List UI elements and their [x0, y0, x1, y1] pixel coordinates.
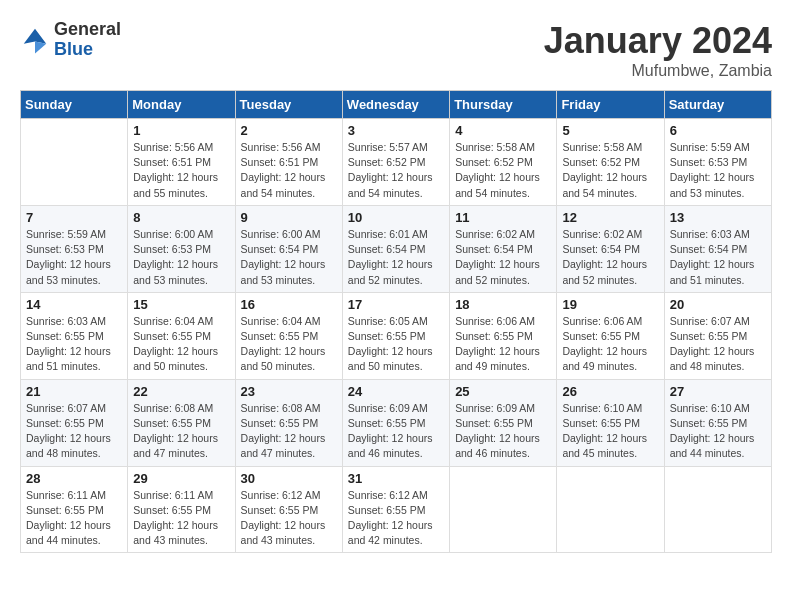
calendar-cell: 5Sunrise: 5:58 AMSunset: 6:52 PMDaylight…	[557, 119, 664, 206]
calendar-week-row: 14Sunrise: 6:03 AMSunset: 6:55 PMDayligh…	[21, 292, 772, 379]
calendar-cell: 23Sunrise: 6:08 AMSunset: 6:55 PMDayligh…	[235, 379, 342, 466]
day-info: Sunrise: 6:09 AMSunset: 6:55 PMDaylight:…	[455, 401, 551, 462]
day-number: 2	[241, 123, 337, 138]
day-info: Sunrise: 6:01 AMSunset: 6:54 PMDaylight:…	[348, 227, 444, 288]
day-info: Sunrise: 5:59 AMSunset: 6:53 PMDaylight:…	[670, 140, 766, 201]
calendar-cell	[21, 119, 128, 206]
day-info: Sunrise: 6:10 AMSunset: 6:55 PMDaylight:…	[562, 401, 658, 462]
calendar-cell: 19Sunrise: 6:06 AMSunset: 6:55 PMDayligh…	[557, 292, 664, 379]
calendar-week-row: 1Sunrise: 5:56 AMSunset: 6:51 PMDaylight…	[21, 119, 772, 206]
day-info: Sunrise: 6:05 AMSunset: 6:55 PMDaylight:…	[348, 314, 444, 375]
day-info: Sunrise: 6:03 AMSunset: 6:55 PMDaylight:…	[26, 314, 122, 375]
day-number: 28	[26, 471, 122, 486]
calendar-cell: 11Sunrise: 6:02 AMSunset: 6:54 PMDayligh…	[450, 205, 557, 292]
day-number: 13	[670, 210, 766, 225]
calendar-cell: 30Sunrise: 6:12 AMSunset: 6:55 PMDayligh…	[235, 466, 342, 553]
day-number: 18	[455, 297, 551, 312]
day-number: 9	[241, 210, 337, 225]
day-info: Sunrise: 6:00 AMSunset: 6:53 PMDaylight:…	[133, 227, 229, 288]
day-info: Sunrise: 6:06 AMSunset: 6:55 PMDaylight:…	[562, 314, 658, 375]
day-info: Sunrise: 6:11 AMSunset: 6:55 PMDaylight:…	[26, 488, 122, 549]
header-sunday: Sunday	[21, 91, 128, 119]
calendar-header-row: SundayMondayTuesdayWednesdayThursdayFrid…	[21, 91, 772, 119]
calendar-cell	[450, 466, 557, 553]
logo-blue-text: Blue	[54, 40, 121, 60]
day-info: Sunrise: 6:07 AMSunset: 6:55 PMDaylight:…	[26, 401, 122, 462]
calendar-cell: 29Sunrise: 6:11 AMSunset: 6:55 PMDayligh…	[128, 466, 235, 553]
calendar-cell: 31Sunrise: 6:12 AMSunset: 6:55 PMDayligh…	[342, 466, 449, 553]
calendar-cell: 9Sunrise: 6:00 AMSunset: 6:54 PMDaylight…	[235, 205, 342, 292]
day-number: 22	[133, 384, 229, 399]
page-header: General Blue January 2024 Mufumbwe, Zamb…	[20, 20, 772, 80]
calendar-table: SundayMondayTuesdayWednesdayThursdayFrid…	[20, 90, 772, 553]
day-info: Sunrise: 5:56 AMSunset: 6:51 PMDaylight:…	[241, 140, 337, 201]
day-number: 8	[133, 210, 229, 225]
day-info: Sunrise: 6:10 AMSunset: 6:55 PMDaylight:…	[670, 401, 766, 462]
day-info: Sunrise: 5:58 AMSunset: 6:52 PMDaylight:…	[562, 140, 658, 201]
calendar-week-row: 28Sunrise: 6:11 AMSunset: 6:55 PMDayligh…	[21, 466, 772, 553]
header-friday: Friday	[557, 91, 664, 119]
header-saturday: Saturday	[664, 91, 771, 119]
calendar-cell: 16Sunrise: 6:04 AMSunset: 6:55 PMDayligh…	[235, 292, 342, 379]
day-info: Sunrise: 6:02 AMSunset: 6:54 PMDaylight:…	[562, 227, 658, 288]
calendar-cell: 20Sunrise: 6:07 AMSunset: 6:55 PMDayligh…	[664, 292, 771, 379]
day-info: Sunrise: 5:57 AMSunset: 6:52 PMDaylight:…	[348, 140, 444, 201]
day-number: 3	[348, 123, 444, 138]
day-number: 23	[241, 384, 337, 399]
calendar-cell: 12Sunrise: 6:02 AMSunset: 6:54 PMDayligh…	[557, 205, 664, 292]
header-tuesday: Tuesday	[235, 91, 342, 119]
calendar-cell	[557, 466, 664, 553]
calendar-cell: 14Sunrise: 6:03 AMSunset: 6:55 PMDayligh…	[21, 292, 128, 379]
day-number: 26	[562, 384, 658, 399]
day-number: 10	[348, 210, 444, 225]
day-number: 20	[670, 297, 766, 312]
day-number: 21	[26, 384, 122, 399]
calendar-cell: 3Sunrise: 5:57 AMSunset: 6:52 PMDaylight…	[342, 119, 449, 206]
calendar-cell	[664, 466, 771, 553]
calendar-cell: 17Sunrise: 6:05 AMSunset: 6:55 PMDayligh…	[342, 292, 449, 379]
calendar-cell: 21Sunrise: 6:07 AMSunset: 6:55 PMDayligh…	[21, 379, 128, 466]
calendar-cell: 1Sunrise: 5:56 AMSunset: 6:51 PMDaylight…	[128, 119, 235, 206]
day-number: 14	[26, 297, 122, 312]
day-info: Sunrise: 6:04 AMSunset: 6:55 PMDaylight:…	[133, 314, 229, 375]
day-info: Sunrise: 6:03 AMSunset: 6:54 PMDaylight:…	[670, 227, 766, 288]
day-number: 6	[670, 123, 766, 138]
day-number: 16	[241, 297, 337, 312]
day-number: 5	[562, 123, 658, 138]
day-number: 25	[455, 384, 551, 399]
calendar-cell: 24Sunrise: 6:09 AMSunset: 6:55 PMDayligh…	[342, 379, 449, 466]
day-number: 1	[133, 123, 229, 138]
day-info: Sunrise: 6:11 AMSunset: 6:55 PMDaylight:…	[133, 488, 229, 549]
calendar-cell: 8Sunrise: 6:00 AMSunset: 6:53 PMDaylight…	[128, 205, 235, 292]
day-number: 17	[348, 297, 444, 312]
day-number: 29	[133, 471, 229, 486]
calendar-cell: 27Sunrise: 6:10 AMSunset: 6:55 PMDayligh…	[664, 379, 771, 466]
day-number: 4	[455, 123, 551, 138]
calendar-cell: 10Sunrise: 6:01 AMSunset: 6:54 PMDayligh…	[342, 205, 449, 292]
logo-general-text: General	[54, 20, 121, 40]
calendar-cell: 26Sunrise: 6:10 AMSunset: 6:55 PMDayligh…	[557, 379, 664, 466]
calendar-cell: 6Sunrise: 5:59 AMSunset: 6:53 PMDaylight…	[664, 119, 771, 206]
day-info: Sunrise: 6:06 AMSunset: 6:55 PMDaylight:…	[455, 314, 551, 375]
header-wednesday: Wednesday	[342, 91, 449, 119]
day-info: Sunrise: 6:00 AMSunset: 6:54 PMDaylight:…	[241, 227, 337, 288]
day-info: Sunrise: 6:02 AMSunset: 6:54 PMDaylight:…	[455, 227, 551, 288]
calendar-cell: 7Sunrise: 5:59 AMSunset: 6:53 PMDaylight…	[21, 205, 128, 292]
header-thursday: Thursday	[450, 91, 557, 119]
logo: General Blue	[20, 20, 121, 60]
day-info: Sunrise: 5:56 AMSunset: 6:51 PMDaylight:…	[133, 140, 229, 201]
day-info: Sunrise: 6:08 AMSunset: 6:55 PMDaylight:…	[133, 401, 229, 462]
day-number: 24	[348, 384, 444, 399]
calendar-cell: 25Sunrise: 6:09 AMSunset: 6:55 PMDayligh…	[450, 379, 557, 466]
day-info: Sunrise: 5:58 AMSunset: 6:52 PMDaylight:…	[455, 140, 551, 201]
logo-icon	[20, 25, 50, 55]
title-block: January 2024 Mufumbwe, Zambia	[544, 20, 772, 80]
day-number: 27	[670, 384, 766, 399]
day-number: 7	[26, 210, 122, 225]
calendar-cell: 2Sunrise: 5:56 AMSunset: 6:51 PMDaylight…	[235, 119, 342, 206]
calendar-cell: 18Sunrise: 6:06 AMSunset: 6:55 PMDayligh…	[450, 292, 557, 379]
day-number: 15	[133, 297, 229, 312]
day-number: 30	[241, 471, 337, 486]
day-info: Sunrise: 6:09 AMSunset: 6:55 PMDaylight:…	[348, 401, 444, 462]
calendar-cell: 4Sunrise: 5:58 AMSunset: 6:52 PMDaylight…	[450, 119, 557, 206]
